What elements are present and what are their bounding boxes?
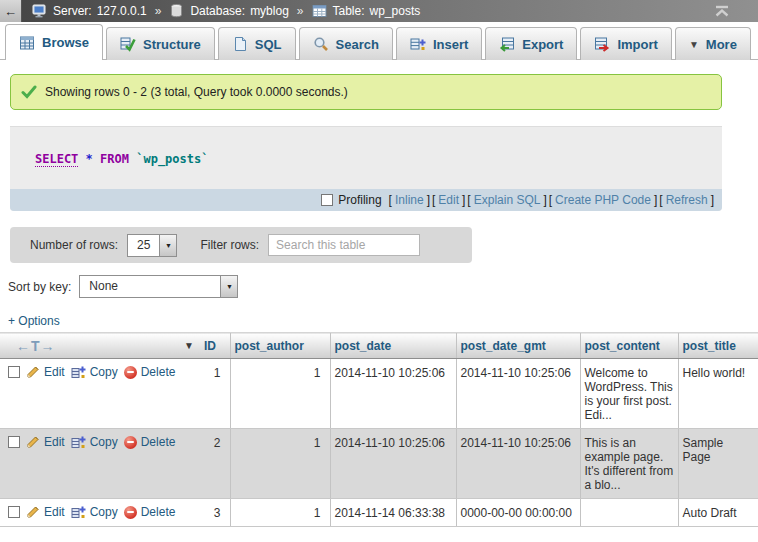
collapse-toolbar-button[interactable]	[714, 5, 730, 17]
cell-post-title: Auto Draft	[678, 499, 758, 527]
tab-search[interactable]: Search	[299, 27, 393, 60]
bracket: ]	[654, 193, 657, 207]
delete-row-link[interactable]: Delete	[124, 505, 176, 519]
selected-value: None	[80, 276, 220, 297]
bracket: [	[389, 193, 392, 207]
inline-link[interactable]: Inline	[395, 193, 424, 207]
cell-post-date-gmt: 2014-11-10 10:25:06	[456, 359, 580, 429]
edit-pencil-icon	[26, 365, 40, 379]
rows-control-bar: Number of rows: 25 ▼ Filter rows:	[10, 227, 472, 263]
server-icon	[32, 3, 48, 19]
bracket: [	[659, 193, 662, 207]
profiling-checkbox[interactable]	[321, 194, 333, 206]
cell-post-author: 1	[230, 499, 330, 527]
breadcrumb-separator: »	[155, 4, 162, 18]
edit-row-link[interactable]: Edit	[26, 435, 65, 449]
sort-by-key-label: Sort by key:	[8, 280, 71, 294]
structure-icon	[120, 36, 136, 52]
delete-icon	[124, 506, 137, 519]
tab-insert[interactable]: Insert	[396, 27, 482, 60]
sql-icon	[232, 36, 248, 52]
edit-row-link[interactable]: Edit	[26, 505, 65, 519]
tab-structure[interactable]: Structure	[106, 27, 215, 60]
cell-post-content: This is an example page. It's different …	[580, 429, 678, 499]
edit-row-link[interactable]: Edit	[26, 365, 65, 379]
column-header-post-content[interactable]: post_content	[580, 333, 678, 359]
tab-bar: Browse Structure SQL Search Insert Expor…	[0, 22, 758, 60]
success-message-text: Showing rows 0 - 2 (3 total, Query took …	[45, 85, 348, 99]
sql-query: SELECT * FROM `wp_posts`	[10, 127, 722, 189]
row-checkbox[interactable]	[8, 436, 20, 448]
breadcrumb: Server: 127.0.0.1 » Database: myblog » T…	[32, 3, 420, 19]
copy-icon	[71, 365, 86, 379]
check-icon	[21, 84, 37, 100]
tab-export[interactable]: Export	[485, 27, 577, 60]
export-icon	[499, 36, 515, 52]
tab-label: Browse	[42, 35, 89, 50]
cell-post-date: 2014-11-10 10:25:06	[330, 429, 456, 499]
explain-sql-link[interactable]: Explain SQL	[474, 193, 541, 207]
selected-value: 25	[128, 235, 159, 256]
table-icon	[312, 3, 328, 19]
column-header-id[interactable]: ID	[200, 333, 230, 359]
table-label: Table:	[333, 4, 365, 18]
tab-import[interactable]: Import	[580, 27, 671, 60]
column-visibility-arrows[interactable]: ←T→	[16, 338, 56, 354]
tab-label: Export	[522, 37, 563, 52]
server-label: Server:	[53, 4, 92, 18]
table-link[interactable]: wp_posts	[370, 4, 421, 18]
column-header-post-date-gmt[interactable]: post_date_gmt	[456, 333, 580, 359]
actions-header: ←T→ ▼	[0, 333, 200, 359]
back-button[interactable]: ←	[0, 0, 22, 22]
edit-query-link[interactable]: Edit	[438, 193, 459, 207]
column-header-post-title[interactable]: post_title	[678, 333, 758, 359]
table-row: Edit Copy Delete 1 1 2014-11-10 10:25:06…	[0, 359, 758, 429]
cell-post-date-gmt: 2014-11-10 10:25:06	[456, 429, 580, 499]
options-toggle-link[interactable]: + Options	[8, 314, 60, 328]
bracket: [	[549, 193, 552, 207]
copy-icon	[71, 435, 86, 449]
delete-row-link[interactable]: Delete	[124, 365, 176, 379]
database-link[interactable]: myblog	[250, 4, 289, 18]
database-label: Database:	[190, 4, 245, 18]
cell-post-title: Hello world!	[678, 359, 758, 429]
sql-keyword-select[interactable]: SELECT	[35, 152, 78, 167]
tab-label: Import	[617, 37, 657, 52]
delete-icon	[124, 366, 137, 379]
create-php-code-link[interactable]: Create PHP Code	[555, 193, 651, 207]
breadcrumb-bar: ← Server: 127.0.0.1 » Database: myblog »…	[0, 0, 758, 22]
database-icon	[169, 3, 185, 19]
cell-post-author: 1	[230, 429, 330, 499]
edit-label: Edit	[44, 505, 65, 519]
tab-label: Search	[336, 37, 379, 52]
tab-label: Structure	[143, 37, 201, 52]
row-checkbox[interactable]	[8, 506, 20, 518]
cell-id: 3	[200, 499, 230, 527]
profiling-label: Profiling	[338, 193, 381, 207]
sort-order-icon[interactable]: ▼	[184, 340, 194, 351]
row-checkbox[interactable]	[8, 366, 20, 378]
sort-by-key-select[interactable]: None ▼	[79, 275, 238, 298]
header-row: ←T→ ▼ ID post_author post_date post_date…	[0, 333, 758, 359]
server-link[interactable]: 127.0.0.1	[97, 4, 147, 18]
edit-pencil-icon	[26, 505, 40, 519]
refresh-link[interactable]: Refresh	[666, 193, 708, 207]
column-header-post-author[interactable]: post_author	[230, 333, 330, 359]
breadcrumb-separator: »	[297, 4, 304, 18]
copy-row-link[interactable]: Copy	[71, 365, 118, 379]
bracket: [	[432, 193, 435, 207]
delete-row-link[interactable]: Delete	[124, 435, 176, 449]
tab-browse[interactable]: Browse	[5, 24, 103, 60]
cell-post-date-gmt: 0000-00-00 00:00:00	[456, 499, 580, 527]
tab-sql[interactable]: SQL	[218, 27, 296, 60]
number-of-rows-select[interactable]: 25 ▼	[127, 234, 177, 257]
tab-label: More	[706, 37, 737, 52]
edit-pencil-icon	[26, 435, 40, 449]
copy-row-link[interactable]: Copy	[71, 505, 118, 519]
filter-rows-input[interactable]	[268, 234, 420, 256]
tab-more[interactable]: ▼ More	[675, 27, 751, 60]
copy-row-link[interactable]: Copy	[71, 435, 118, 449]
bracket: ]	[462, 193, 465, 207]
column-header-post-date[interactable]: post_date	[330, 333, 456, 359]
delete-label: Delete	[141, 505, 176, 519]
